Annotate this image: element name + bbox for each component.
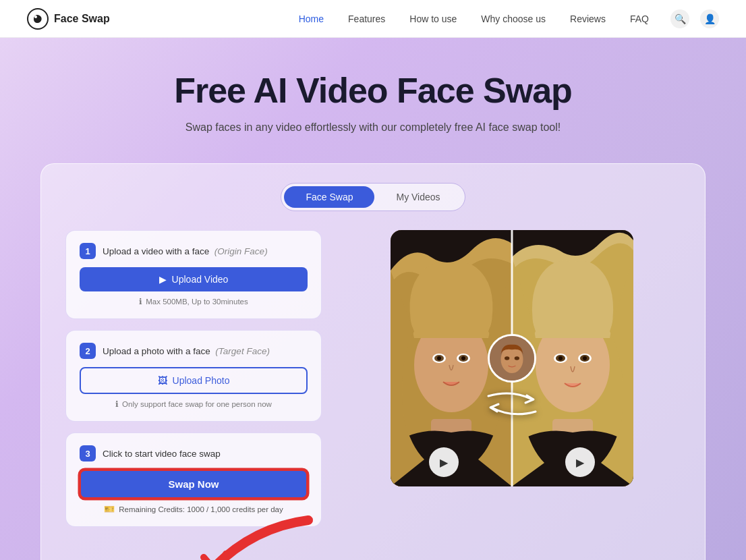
tab-face-swap[interactable]: Face Swap bbox=[284, 186, 374, 208]
hero-subtitle: Swap faces in any video effortlessly wit… bbox=[13, 121, 733, 134]
nav-reviews[interactable]: Reviews bbox=[570, 13, 606, 24]
logo-icon bbox=[27, 8, 49, 30]
upload-photo-label: Upload Photo bbox=[173, 375, 230, 386]
step-1-num: 1 bbox=[80, 243, 96, 259]
info-icon-1: ℹ bbox=[139, 297, 142, 306]
nav-features[interactable]: Features bbox=[348, 13, 385, 24]
upload-video-button[interactable]: ▶ Upload Video bbox=[80, 267, 308, 291]
nav-faq[interactable]: FAQ bbox=[630, 13, 649, 24]
hero-title: Free AI Video Face Swap bbox=[13, 70, 733, 111]
tab-group: Face Swap My Videos bbox=[281, 183, 465, 211]
swap-now-label: Swap Now bbox=[168, 478, 219, 490]
main-nav: Home Features How to use Why choose us R… bbox=[299, 13, 649, 24]
step-3-header: 3 Click to start video face swap bbox=[80, 445, 308, 461]
swap-arrow-overlay bbox=[485, 386, 539, 426]
svg-point-10 bbox=[461, 356, 465, 360]
step-1-note-text: Max 500MB, Up to 30minutes bbox=[146, 298, 248, 306]
header-icons: 🔍 👤 bbox=[670, 9, 719, 28]
video-preview: ▶ ▶ bbox=[391, 230, 633, 486]
step-2-subtitle: (Target Face) bbox=[215, 346, 270, 356]
svg-point-19 bbox=[583, 356, 587, 360]
svg-point-23 bbox=[515, 356, 519, 360]
upload-video-label: Upload Video bbox=[172, 274, 229, 285]
play-button-right[interactable]: ▶ bbox=[565, 447, 595, 477]
credits-row: 🎫 Remaining Credits: 1000 / 1,000 credit… bbox=[80, 504, 308, 514]
step-3-title: Click to start video face swap bbox=[103, 449, 221, 459]
credits-text: Remaining Credits: 1000 / 1,000 credits … bbox=[119, 505, 283, 513]
video-col: ▶ ▶ bbox=[343, 230, 681, 486]
step-2-title: Upload a photo with a face (Target Face) bbox=[103, 346, 270, 356]
credits-icon: 🎫 bbox=[104, 504, 115, 514]
play-button-left[interactable]: ▶ bbox=[429, 447, 459, 477]
content-row: 1 Upload a video with a face (Origin Fac… bbox=[65, 230, 681, 527]
red-arrow-pointer bbox=[200, 513, 322, 560]
step-1-card: 1 Upload a video with a face (Origin Fac… bbox=[65, 230, 322, 319]
nav-why-choose-us[interactable]: Why choose us bbox=[481, 13, 546, 24]
nav-home[interactable]: Home bbox=[299, 13, 324, 24]
step-2-header: 2 Upload a photo with a face (Target Fac… bbox=[80, 343, 308, 359]
photo-icon: 🖼 bbox=[158, 375, 167, 386]
logo-text: Face Swap bbox=[54, 13, 110, 25]
swap-now-button[interactable]: Swap Now bbox=[80, 470, 308, 499]
step-1-title: Upload a video with a face (Origin Face) bbox=[103, 246, 268, 256]
step-2-note: ℹ Only support face swap for one person … bbox=[80, 399, 308, 409]
main-card: Face Swap My Videos 1 Upload a video wit… bbox=[40, 163, 706, 560]
svg-point-1 bbox=[34, 16, 37, 18]
user-button[interactable]: 👤 bbox=[700, 9, 719, 28]
hero-section: Free AI Video Face Swap Swap faces in an… bbox=[0, 38, 746, 150]
logo-area: Face Swap bbox=[27, 8, 110, 30]
swap-arrows-svg bbox=[485, 386, 539, 420]
tabs-row: Face Swap My Videos bbox=[65, 183, 681, 211]
svg-point-16 bbox=[558, 356, 563, 360]
step-3-num: 3 bbox=[80, 445, 96, 461]
source-circle-svg bbox=[490, 336, 534, 381]
tab-my-videos[interactable]: My Videos bbox=[374, 186, 461, 208]
step-2-note-text: Only support face swap for one person no… bbox=[122, 400, 272, 408]
step-3-card: 3 Click to start video face swap Swap No… bbox=[65, 432, 322, 527]
nav-how-to-use[interactable]: How to use bbox=[409, 13, 457, 24]
svg-point-7 bbox=[437, 356, 441, 360]
step-1-header: 1 Upload a video with a face (Origin Fac… bbox=[80, 243, 308, 259]
step-2-num: 2 bbox=[80, 343, 96, 359]
svg-point-22 bbox=[505, 356, 509, 360]
step-1-note: ℹ Max 500MB, Up to 30minutes bbox=[80, 297, 308, 306]
source-face-circle bbox=[488, 334, 536, 383]
info-icon-2: ℹ bbox=[115, 399, 119, 409]
search-button[interactable]: 🔍 bbox=[670, 9, 689, 28]
steps-col: 1 Upload a video with a face (Origin Fac… bbox=[65, 230, 322, 527]
upload-photo-button[interactable]: 🖼 Upload Photo bbox=[80, 367, 308, 394]
header: Face Swap Home Features How to use Why c… bbox=[0, 0, 746, 38]
play-icon: ▶ bbox=[159, 274, 167, 285]
arrow-area bbox=[65, 527, 681, 560]
step-2-card: 2 Upload a photo with a face (Target Fac… bbox=[65, 330, 322, 422]
step-1-subtitle: (Origin Face) bbox=[214, 246, 268, 256]
